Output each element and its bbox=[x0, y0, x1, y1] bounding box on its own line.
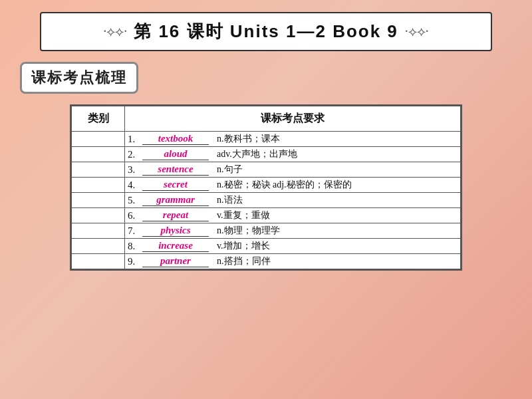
row-number: 5. bbox=[128, 195, 140, 206]
row-number: 9. bbox=[128, 256, 140, 267]
word-definition: n.句子 bbox=[217, 164, 243, 176]
title-box: ·⟡⟡· 第 16 课时 Units 1—2 Book 9 ·⟡⟡· bbox=[40, 12, 492, 51]
deco-left-icon: ·⟡⟡· bbox=[103, 24, 127, 39]
vocabulary-word: partner bbox=[142, 255, 209, 267]
category-cell bbox=[72, 223, 125, 239]
content-cell: 1.textbookn.教科书；课本 bbox=[125, 132, 461, 147]
row-number: 8. bbox=[128, 241, 140, 252]
row-number: 4. bbox=[128, 180, 140, 191]
row-number: 1. bbox=[128, 134, 140, 145]
vocabulary-word: increase bbox=[142, 240, 209, 252]
page-title: 第 16 课时 Units 1—2 Book 9 bbox=[134, 20, 398, 43]
row-number: 2. bbox=[128, 149, 140, 160]
category-cell bbox=[72, 132, 125, 147]
word-definition: n.搭挡；同伴 bbox=[217, 255, 271, 267]
category-cell bbox=[72, 239, 125, 254]
content-cell: 9.partnern.搭挡；同伴 bbox=[125, 254, 461, 269]
word-definition: n.语法 bbox=[217, 194, 243, 206]
content-cell: 8.increasev.增加；增长 bbox=[125, 239, 461, 254]
content-cell: 6.repeatv.重复；重做 bbox=[125, 208, 461, 223]
category-cell bbox=[72, 147, 125, 162]
col1-header: 类别 bbox=[72, 106, 125, 132]
row-number: 6. bbox=[128, 210, 140, 221]
content-cell: 5.grammarn.语法 bbox=[125, 193, 461, 208]
word-definition: adv.大声地；出声地 bbox=[217, 148, 297, 160]
content-cell: 3.sentencen.句子 bbox=[125, 162, 461, 178]
category-cell bbox=[72, 162, 125, 178]
content-cell: 2.aloudadv.大声地；出声地 bbox=[125, 147, 461, 162]
word-definition: n.教科书；课本 bbox=[217, 133, 280, 145]
row-number: 7. bbox=[128, 225, 140, 237]
category-cell bbox=[72, 193, 125, 208]
vocabulary-word: secret bbox=[142, 179, 209, 191]
vocabulary-word: repeat bbox=[142, 209, 209, 221]
category-cell bbox=[72, 254, 125, 269]
section-label: 课标考点梳理 bbox=[0, 51, 532, 104]
category-cell bbox=[72, 178, 125, 193]
vocabulary-word: physics bbox=[142, 225, 209, 237]
vocabulary-word: aloud bbox=[142, 148, 209, 160]
content-cell: 7.physicsn.物理；物理学 bbox=[125, 223, 461, 239]
word-definition: n.秘密；秘诀 adj.秘密的；保密的 bbox=[217, 179, 352, 191]
word-definition: v.重复；重做 bbox=[217, 209, 270, 221]
deco-right-icon: ·⟡⟡· bbox=[405, 24, 429, 39]
category-cell bbox=[72, 208, 125, 223]
vocabulary-word: sentence bbox=[142, 164, 209, 176]
row-number: 3. bbox=[128, 164, 140, 176]
vocabulary-table: 类别 课标考点要求 1.textbookn.教科书；课本2.aloudadv.大… bbox=[70, 104, 462, 271]
word-definition: v.增加；增长 bbox=[217, 240, 270, 252]
vocabulary-word: grammar bbox=[142, 194, 209, 206]
word-definition: n.物理；物理学 bbox=[217, 225, 280, 237]
content-cell: 4.secretn.秘密；秘诀 adj.秘密的；保密的 bbox=[125, 178, 461, 193]
col2-header: 课标考点要求 bbox=[125, 106, 461, 132]
vocabulary-word: textbook bbox=[142, 133, 209, 145]
